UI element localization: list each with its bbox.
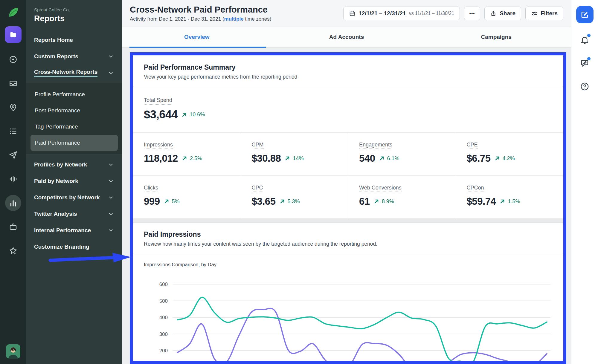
impressions-subtitle: Review how many times your content was s… xyxy=(144,241,552,247)
chevron-down-icon xyxy=(108,194,114,201)
tab-campaigns[interactable]: Campaigns xyxy=(421,27,571,47)
metric-clicks: Clicks 999 5% xyxy=(133,175,241,218)
chevron-down-icon xyxy=(108,161,114,168)
metric-value: $3,644 xyxy=(144,108,178,121)
chevron-down-icon xyxy=(108,178,114,184)
whats-new-badge xyxy=(587,57,591,60)
report-tabs: Overview Ad Accounts Campaigns xyxy=(122,27,571,48)
metric-total-spend: Total Spend $3,644 10.6% xyxy=(133,87,563,132)
sidebar-title: Reports xyxy=(34,14,114,23)
waveform-icon[interactable] xyxy=(5,171,21,187)
page-subtitle: Activity from Dec 1, 2021 - Dec 31, 2021… xyxy=(130,16,271,22)
sprout-logo[interactable] xyxy=(6,5,20,19)
trend-up-icon xyxy=(373,198,379,204)
question-icon xyxy=(580,82,589,91)
user-avatar[interactable] xyxy=(6,344,20,359)
svg-text:600: 600 xyxy=(159,282,168,287)
cross-network-submenu: Profile Performance Post Performance Tag… xyxy=(26,83,122,154)
paid-performance-summary-card: Paid Performance Summary View your key p… xyxy=(133,55,563,219)
pin-icon[interactable] xyxy=(5,99,21,115)
trend-up-icon xyxy=(279,198,285,204)
metric-impressions: Impressions 118,012 2.5% xyxy=(133,133,241,175)
compass-icon[interactable] xyxy=(5,51,21,68)
sidebar-item-tag-performance[interactable]: Tag Performance xyxy=(30,119,118,135)
account-name: Sprout Coffee Co. xyxy=(34,7,114,12)
chevron-down-icon xyxy=(108,70,114,76)
notifications-button[interactable] xyxy=(578,33,592,47)
date-range-button[interactable]: 12/1/21 – 12/31/21 vs 11/1/21 – 11/30/21 xyxy=(343,7,460,20)
chart-label: Impressions Comparison, by Day xyxy=(144,262,552,267)
trend-up-icon xyxy=(494,155,500,161)
sidebar-item-competitors-by-network[interactable]: Competitors by Network xyxy=(34,189,114,206)
inbox-icon[interactable] xyxy=(5,75,21,91)
metric-web-conversions: Web Conversions 61 8.9% xyxy=(348,175,456,218)
whats-new-button[interactable] xyxy=(578,56,592,70)
product-rail xyxy=(0,0,26,364)
svg-text:400: 400 xyxy=(159,315,168,320)
more-options-button[interactable]: ••• xyxy=(464,7,480,20)
metric-label[interactable]: Total Spend xyxy=(144,97,172,105)
metric-cpc: CPC $3.65 5.3% xyxy=(241,175,348,218)
sidebar-item-post-performance[interactable]: Post Performance xyxy=(30,103,118,119)
share-icon xyxy=(490,10,497,17)
metric-engagements: Engagements 540 6.1% xyxy=(348,133,456,175)
briefcase-icon[interactable] xyxy=(5,219,21,235)
svg-text:200: 200 xyxy=(159,348,168,354)
sidebar-item-custom-reports[interactable]: Custom Reports xyxy=(34,48,114,65)
sidebar-item-paid-performance[interactable]: Paid Performance xyxy=(30,135,118,151)
report-content: Paid Performance Summary View your key p… xyxy=(122,48,571,364)
tab-overview[interactable]: Overview xyxy=(122,27,272,47)
chevron-down-icon xyxy=(108,211,114,217)
calendar-icon xyxy=(349,10,356,17)
trend-up-icon xyxy=(164,198,170,204)
svg-text:300: 300 xyxy=(159,331,168,337)
sidebar-item-customize-branding[interactable]: Customize Branding xyxy=(34,238,114,255)
utility-rail xyxy=(571,0,598,364)
reports-folder-icon[interactable] xyxy=(5,26,22,43)
sidebar-item-paid-by-network[interactable]: Paid by Network xyxy=(34,173,114,189)
metric-delta: 10.6% xyxy=(190,111,205,118)
impressions-title: Paid Impressions xyxy=(144,230,552,238)
svg-text:500: 500 xyxy=(159,298,168,304)
page-title: Cross-Network Paid Performance xyxy=(130,5,271,15)
chevron-down-icon xyxy=(108,53,114,60)
sidebar-item-cross-network-reports[interactable]: Cross-Network Reports xyxy=(34,65,114,81)
metric-cpcon: CPCon $59.74 1.5% xyxy=(456,175,563,218)
sidebar-item-twitter-analysis[interactable]: Twitter Analysis xyxy=(34,206,114,222)
sidebar-item-reports-home[interactable]: Reports Home xyxy=(34,32,114,48)
sidebar-item-profiles-by-network[interactable]: Profiles by Network xyxy=(34,156,114,173)
main-content: Cross-Network Paid Performance Activity … xyxy=(122,0,571,364)
sidebar-item-internal-performance[interactable]: Internal Performance xyxy=(34,222,114,238)
annotation-highlight-box: Paid Performance Summary View your key p… xyxy=(130,52,566,364)
trend-up-icon xyxy=(499,198,505,204)
paid-impressions-card: Paid Impressions Review how many times y… xyxy=(133,222,563,361)
paper-plane-icon[interactable] xyxy=(5,147,21,163)
help-button[interactable] xyxy=(578,79,592,93)
tab-ad-accounts[interactable]: Ad Accounts xyxy=(272,27,422,47)
header-actions: 12/1/21 – 12/31/21 vs 11/1/21 – 11/30/21… xyxy=(343,7,563,20)
compose-button[interactable] xyxy=(576,6,594,23)
summary-subtitle: View your key page performance metrics f… xyxy=(144,74,552,80)
page-header: Cross-Network Paid Performance Activity … xyxy=(122,0,571,27)
trend-up-icon xyxy=(284,155,290,161)
metric-grid: Impressions 118,012 2.5% CPM $30.88 14% xyxy=(133,132,563,218)
trend-up-icon xyxy=(379,155,385,161)
trend-up-icon xyxy=(181,112,187,118)
chevron-down-icon xyxy=(108,227,114,234)
metric-cpm: CPM $30.88 14% xyxy=(241,133,348,175)
reports-sidebar: Sprout Coffee Co. Reports Reports Home C… xyxy=(26,0,122,364)
notification-badge xyxy=(587,34,591,37)
summary-title: Paid Performance Summary xyxy=(144,63,552,71)
trend-up-icon xyxy=(181,155,187,161)
compose-icon xyxy=(580,10,589,19)
impressions-line-chart: 600500400300200 xyxy=(144,272,553,361)
list-icon[interactable] xyxy=(5,123,21,139)
share-button[interactable]: Share xyxy=(484,7,521,20)
app-root: Sprout Coffee Co. Reports Reports Home C… xyxy=(0,0,598,364)
metric-cpe: CPE $6.75 4.2% xyxy=(456,133,563,175)
timezone-link[interactable]: multiple xyxy=(224,16,244,22)
sidebar-item-profile-performance[interactable]: Profile Performance xyxy=(30,86,118,103)
bar-chart-icon[interactable] xyxy=(5,195,21,211)
star-icon[interactable] xyxy=(5,243,21,259)
filters-button[interactable]: Filters xyxy=(525,7,563,20)
